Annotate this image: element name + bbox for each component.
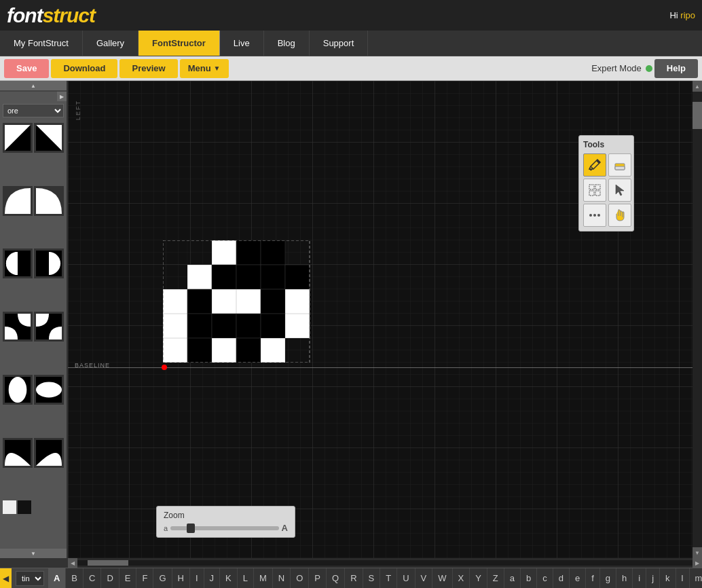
- scrollbar-right-btn[interactable]: ▶: [692, 558, 702, 568]
- char-item-h[interactable]: h: [616, 568, 633, 589]
- nav-item-live[interactable]: Live: [220, 31, 264, 56]
- scrollbar-up-btn[interactable]: ▲: [692, 81, 702, 92]
- scrollbar-h-track[interactable]: [77, 560, 692, 566]
- svg-rect-41: [285, 314, 310, 338]
- svg-rect-35: [285, 289, 310, 314]
- shape-item[interactable]: [34, 249, 64, 278]
- shape-item[interactable]: [3, 312, 33, 342]
- tool-arrow-select[interactable]: [608, 179, 631, 202]
- username-link[interactable]: ripo: [680, 10, 695, 20]
- char-item-N[interactable]: N: [273, 568, 291, 589]
- char-item-j[interactable]: j: [646, 568, 660, 589]
- shape-item-small-white[interactable]: [3, 500, 16, 514]
- tool-eraser[interactable]: [608, 153, 631, 177]
- shape-item-small-black[interactable]: [18, 500, 31, 514]
- char-item-d[interactable]: d: [553, 568, 570, 589]
- char-item-I[interactable]: I: [190, 568, 204, 589]
- char-item-M[interactable]: M: [254, 568, 273, 589]
- shape-item[interactable]: [3, 249, 33, 278]
- char-item-A[interactable]: A: [48, 568, 66, 589]
- help-button[interactable]: Help: [654, 59, 698, 78]
- char-item-l[interactable]: l: [676, 568, 690, 589]
- shape-item[interactable]: [3, 123, 33, 153]
- char-item-m[interactable]: m: [690, 568, 703, 589]
- char-select-area: tin: [12, 568, 48, 589]
- char-bar-nav-left[interactable]: ◀: [0, 568, 12, 589]
- svg-rect-22: [212, 240, 236, 265]
- shape-item[interactable]: [3, 438, 33, 468]
- char-item-E[interactable]: E: [119, 568, 137, 589]
- char-item-H[interactable]: H: [172, 568, 190, 589]
- shape-item[interactable]: [34, 123, 64, 153]
- svg-rect-66: [595, 191, 600, 196]
- canvas-area[interactable]: LEFT BASELINE: [68, 81, 702, 558]
- char-item-U[interactable]: U: [397, 568, 415, 589]
- scrollbar-down-btn[interactable]: ▼: [692, 547, 702, 558]
- tool-pencil[interactable]: [583, 153, 606, 177]
- menu-button[interactable]: Menu ▼: [180, 59, 229, 78]
- scrollbar-v-track[interactable]: [692, 92, 702, 547]
- sidebar-scroll-up[interactable]: ▲: [0, 81, 67, 90]
- char-item-D[interactable]: D: [101, 568, 119, 589]
- menu-arrow-icon: ▼: [214, 65, 221, 72]
- scrollbar-left-btn[interactable]: ◀: [68, 558, 77, 568]
- scrollbar-h-thumb[interactable]: [88, 560, 128, 566]
- char-item-f[interactable]: f: [586, 568, 600, 589]
- char-item-Q[interactable]: Q: [327, 568, 345, 589]
- char-font-select[interactable]: tin: [16, 571, 44, 586]
- char-item-G[interactable]: G: [153, 568, 172, 589]
- char-item-X[interactable]: X: [453, 568, 470, 589]
- shape-item[interactable]: [34, 438, 64, 468]
- char-item-R[interactable]: R: [345, 568, 363, 589]
- shape-item[interactable]: [34, 186, 64, 216]
- char-item-Z[interactable]: Z: [487, 568, 504, 589]
- shape-item[interactable]: [34, 375, 64, 405]
- svg-rect-46: [261, 338, 285, 363]
- pixel-art-canvas[interactable]: [163, 240, 312, 363]
- save-button[interactable]: Save: [4, 59, 49, 78]
- char-item-i[interactable]: i: [633, 568, 646, 589]
- nav-item-my-fontstruct[interactable]: My FontStruct: [0, 31, 83, 56]
- char-item-F[interactable]: F: [136, 568, 153, 589]
- sidebar-scroll-right[interactable]: ▶: [57, 92, 67, 101]
- char-item-V[interactable]: V: [415, 568, 433, 589]
- zoom-slider-track[interactable]: [170, 526, 278, 530]
- char-item-P[interactable]: P: [309, 568, 327, 589]
- char-item-L[interactable]: L: [238, 568, 254, 589]
- canvas-scrollbar-v[interactable]: ▲ ▼: [692, 81, 702, 558]
- char-item-k[interactable]: k: [660, 568, 676, 589]
- shape-item[interactable]: [3, 375, 33, 405]
- sidebar-select[interactable]: ore: [3, 104, 64, 117]
- char-item-O[interactable]: O: [291, 568, 309, 589]
- char-item-e[interactable]: e: [570, 568, 586, 589]
- shape-item[interactable]: [34, 312, 64, 342]
- nav-item-fontstructor[interactable]: FontStructor: [138, 31, 220, 56]
- tool-hand[interactable]: [608, 204, 631, 227]
- svg-rect-33: [236, 289, 261, 314]
- char-item-K[interactable]: K: [220, 568, 238, 589]
- char-item-c[interactable]: c: [537, 568, 553, 589]
- shape-item[interactable]: [3, 186, 33, 216]
- tool-grid-select[interactable]: [583, 179, 606, 202]
- canvas-scrollbar-h[interactable]: ◀ ▶: [68, 558, 702, 568]
- char-item-W[interactable]: W: [432, 568, 452, 589]
- char-item-J[interactable]: J: [204, 568, 221, 589]
- preview-button[interactable]: Preview: [119, 59, 177, 78]
- char-item-a[interactable]: a: [504, 568, 521, 589]
- tool-dots[interactable]: [583, 204, 606, 227]
- char-item-C[interactable]: C: [84, 568, 101, 589]
- nav-item-blog[interactable]: Blog: [264, 31, 310, 56]
- char-item-g[interactable]: g: [600, 568, 616, 589]
- char-item-B[interactable]: B: [66, 568, 84, 589]
- download-button[interactable]: Download: [51, 59, 117, 78]
- zoom-min-label: a: [164, 524, 168, 532]
- char-item-T[interactable]: T: [380, 568, 397, 589]
- nav-item-gallery[interactable]: Gallery: [83, 31, 138, 56]
- scrollbar-v-thumb[interactable]: [692, 102, 702, 129]
- nav-item-support[interactable]: Support: [310, 31, 369, 56]
- char-item-S[interactable]: S: [363, 568, 381, 589]
- char-item-Y[interactable]: Y: [470, 568, 487, 589]
- zoom-slider-thumb[interactable]: [187, 523, 195, 533]
- char-item-b[interactable]: b: [521, 568, 537, 589]
- sidebar-scroll-down[interactable]: ▼: [0, 549, 67, 558]
